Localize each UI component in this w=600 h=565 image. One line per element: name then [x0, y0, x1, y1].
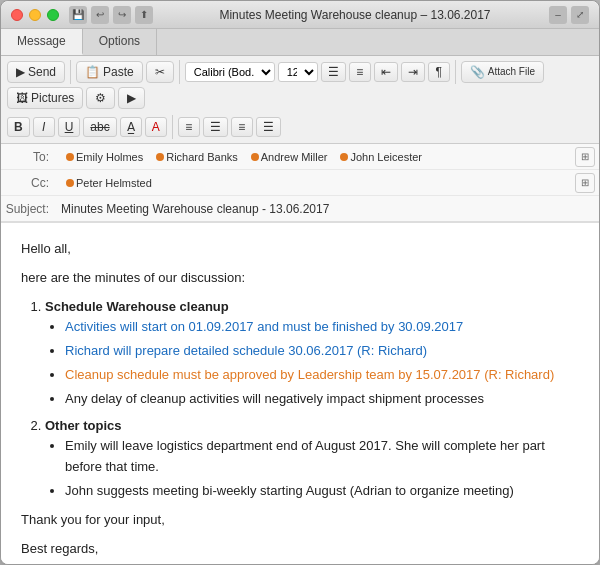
- paperclip-icon: 📎: [470, 65, 485, 79]
- highlight-button[interactable]: A̲: [120, 117, 142, 137]
- toolbar: ▶ Send 📋 Paste ✂ Calibri (Bod... 12 ☰ ≡ …: [1, 56, 599, 144]
- separator-3: [455, 60, 456, 84]
- sections-list: Schedule Warehouse cleanup Activities wi…: [45, 297, 579, 502]
- bullet-1-2: Richard will prepare detailed schedule 3…: [65, 341, 579, 362]
- window-title: Minutes Meeting Warehouse cleanup – 13.0…: [161, 8, 549, 22]
- expand-toolbar-button[interactable]: ▶: [118, 87, 145, 109]
- recipient-richard[interactable]: Richard Banks: [151, 150, 243, 164]
- recipient-peter[interactable]: Peter Helmsted: [61, 176, 157, 190]
- title-bar-icons: 💾 ↩ ↪ ⬆: [69, 6, 153, 24]
- bold-button[interactable]: B: [7, 117, 30, 137]
- to-field-row: To: Emily Holmes Richard Banks Andrew Mi…: [1, 144, 599, 170]
- toolbar-row-1: ▶ Send 📋 Paste ✂ Calibri (Bod... 12 ☰ ≡ …: [7, 60, 593, 109]
- bullet-1-2-text: Richard will prepare detailed schedule 3…: [65, 343, 427, 358]
- recipient-dot: [251, 153, 259, 161]
- intro: here are the minutes of our discussion:: [21, 268, 579, 289]
- cc-label: Cc:: [1, 176, 57, 190]
- section-2-bullets: Emily will leave logistics department en…: [65, 436, 579, 501]
- section-2-item: Other topics Emily will leave logistics …: [45, 416, 579, 502]
- maximize-button[interactable]: [47, 9, 59, 21]
- recipient-emily[interactable]: Emily Holmes: [61, 150, 148, 164]
- section-1-item: Schedule Warehouse cleanup Activities wi…: [45, 297, 579, 410]
- cc-field-content: Peter Helmsted: [57, 173, 575, 193]
- cc-field-row: Cc: Peter Helmsted ⊞: [1, 170, 599, 196]
- greeting: Hello all,: [21, 239, 579, 260]
- cc-expand-icon[interactable]: ⊞: [575, 173, 595, 193]
- header-fields: To: Emily Holmes Richard Banks Andrew Mi…: [1, 144, 599, 223]
- align-center-button[interactable]: ☰: [203, 117, 228, 137]
- recipient-name: Emily Holmes: [76, 151, 143, 163]
- recipient-name: Richard Banks: [166, 151, 238, 163]
- close-button[interactable]: [11, 9, 23, 21]
- recipient-andrew[interactable]: Andrew Miller: [246, 150, 333, 164]
- to-field-content: Emily Holmes Richard Banks Andrew Miller…: [57, 147, 575, 167]
- image-icon: 🖼: [16, 91, 28, 105]
- indent-increase-button[interactable]: ⇥: [401, 62, 425, 82]
- minimize-button[interactable]: [29, 9, 41, 21]
- align-right-button[interactable]: ≡: [231, 117, 253, 137]
- separator-2: [179, 60, 180, 84]
- bullet-2-2-text: John suggests meeting bi-weekly starting…: [65, 483, 514, 498]
- recipient-john[interactable]: John Leicester: [335, 150, 427, 164]
- cut-button[interactable]: ✂: [146, 61, 174, 83]
- bullet-list-button[interactable]: ☰: [321, 62, 346, 82]
- bullet-1-4: Any delay of cleanup activities will neg…: [65, 389, 579, 410]
- paste-button[interactable]: 📋 Paste: [76, 61, 143, 83]
- send-button[interactable]: ▶ Send: [7, 61, 65, 83]
- undo-icon[interactable]: ↩: [91, 6, 109, 24]
- toolbar-row-2: B I U abc A̲ A ≡ ☰ ≡ ☰: [7, 115, 281, 139]
- font-color-button[interactable]: A: [145, 117, 167, 137]
- recipient-dot: [156, 153, 164, 161]
- bullet-1-4-text: Any delay of cleanup activities will neg…: [65, 391, 484, 406]
- font-size-select[interactable]: 12: [278, 62, 318, 82]
- font-family-select[interactable]: Calibri (Bod...: [185, 62, 275, 82]
- bullet-1-1-text: Activities will start on 01.09.2017 and …: [65, 319, 463, 334]
- share-icon[interactable]: ⬆: [135, 6, 153, 24]
- tab-options[interactable]: Options: [83, 29, 157, 55]
- tab-message[interactable]: Message: [1, 29, 83, 55]
- bullet-2-2: John suggests meeting bi-weekly starting…: [65, 481, 579, 502]
- title-bar: 💾 ↩ ↪ ⬆ Minutes Meeting Warehouse cleanu…: [1, 1, 599, 29]
- section-1-title: Schedule Warehouse cleanup: [45, 299, 229, 314]
- more-button[interactable]: ⚙: [86, 87, 115, 109]
- recipient-dot: [66, 179, 74, 187]
- closing-2: Best regards,: [21, 539, 579, 560]
- bullet-2-1: Emily will leave logistics department en…: [65, 436, 579, 478]
- indent-decrease-button[interactable]: ⇤: [374, 62, 398, 82]
- section-1-bullets: Activities will start on 01.09.2017 and …: [65, 317, 579, 409]
- subject-input[interactable]: [57, 198, 599, 220]
- closing-1: Thank you for your input,: [21, 510, 579, 531]
- strikethrough-button[interactable]: abc: [83, 117, 116, 137]
- redo-icon[interactable]: ↪: [113, 6, 131, 24]
- scissors-icon: ✂: [155, 65, 165, 79]
- separator-4: [172, 115, 173, 139]
- recipient-dot: [340, 153, 348, 161]
- align-left-button[interactable]: ≡: [178, 117, 200, 137]
- section-2-title: Other topics: [45, 418, 122, 433]
- attach-file-button[interactable]: 📎 Attach File: [461, 61, 544, 83]
- collapse-icon[interactable]: –: [549, 6, 567, 24]
- italic-button[interactable]: I: [33, 117, 55, 137]
- email-body[interactable]: Hello all, here are the minutes of our d…: [1, 223, 599, 564]
- pictures-button[interactable]: 🖼 Pictures: [7, 87, 83, 109]
- separator-1: [70, 60, 71, 84]
- paste-icon: 📋: [85, 65, 100, 79]
- underline-button[interactable]: U: [58, 117, 81, 137]
- bullet-1-3-text: Cleanup schedule must be approved by Lea…: [65, 367, 554, 382]
- tabs-bar: Message Options: [1, 29, 599, 56]
- expand-icon[interactable]: ⤢: [571, 6, 589, 24]
- save-icon[interactable]: 💾: [69, 6, 87, 24]
- send-icon: ▶: [16, 65, 25, 79]
- to-label: To:: [1, 150, 57, 164]
- bullet-1-3: Cleanup schedule must be approved by Lea…: [65, 365, 579, 386]
- paragraph-button[interactable]: ¶: [428, 62, 450, 82]
- justify-button[interactable]: ☰: [256, 117, 281, 137]
- recipient-name: Andrew Miller: [261, 151, 328, 163]
- to-expand-icon[interactable]: ⊞: [575, 147, 595, 167]
- bullet-1-1: Activities will start on 01.09.2017 and …: [65, 317, 579, 338]
- recipient-name: Peter Helmsted: [76, 177, 152, 189]
- bullet-2-1-text: Emily will leave logistics department en…: [65, 438, 545, 474]
- numbered-list-button[interactable]: ≡: [349, 62, 371, 82]
- traffic-lights: [11, 9, 59, 21]
- title-bar-right: – ⤢: [549, 6, 589, 24]
